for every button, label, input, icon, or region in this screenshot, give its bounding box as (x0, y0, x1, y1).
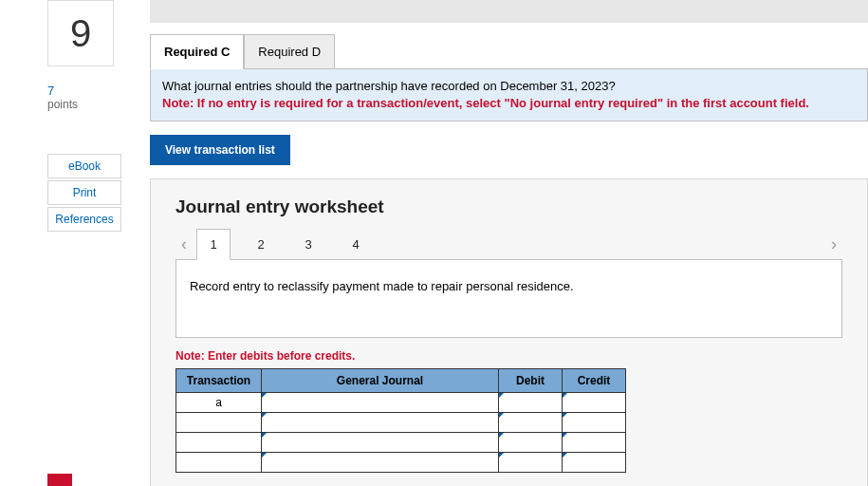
points-label: points (47, 98, 133, 111)
header-transaction: Transaction (176, 369, 262, 393)
points-value: 7 (47, 84, 133, 98)
cell-debit[interactable] (499, 393, 563, 413)
chevron-right-icon[interactable]: › (825, 234, 842, 254)
cell-transaction: a (176, 393, 262, 413)
view-transaction-list-button[interactable]: View transaction list (150, 135, 290, 165)
chevron-left-icon[interactable]: ‹ (175, 234, 193, 254)
cell-credit[interactable] (563, 433, 626, 453)
references-link[interactable]: References (47, 207, 121, 232)
header-general-journal: General Journal (262, 369, 499, 393)
journal-entry-worksheet: Journal entry worksheet ‹ 1 2 3 4 › Reco… (150, 178, 868, 486)
cell-credit[interactable] (563, 393, 626, 413)
cell-account[interactable] (262, 393, 499, 413)
debit-credit-note: Note: Enter debits before credits. (175, 349, 842, 363)
worksheet-title: Journal entry worksheet (175, 196, 842, 217)
table-row (176, 453, 626, 473)
header-credit: Credit (563, 369, 626, 393)
worksheet-pager: ‹ 1 2 3 4 › (175, 229, 842, 260)
instruction-question: What journal entries should the partners… (162, 79, 616, 93)
page-3[interactable]: 3 (291, 230, 325, 259)
cell-credit[interactable] (563, 413, 626, 433)
publisher-logo (47, 474, 72, 486)
page-1[interactable]: 1 (196, 229, 231, 260)
header-debit: Debit (499, 369, 563, 393)
print-link[interactable]: Print (47, 180, 121, 205)
cell-account[interactable] (262, 433, 499, 453)
journal-table: Transaction General Journal Debit Credit… (175, 368, 626, 473)
page-2[interactable]: 2 (244, 230, 278, 259)
cell-debit[interactable] (499, 433, 563, 453)
page-4[interactable]: 4 (339, 230, 373, 259)
cell-debit[interactable] (499, 413, 563, 433)
table-row: a (176, 393, 626, 413)
cell-transaction (176, 453, 262, 473)
cell-account[interactable] (262, 413, 499, 433)
entry-description: Record entry to reclassify payment made … (175, 259, 842, 338)
instruction-note: Note: If no entry is required for a tran… (162, 96, 809, 110)
cell-account[interactable] (262, 453, 499, 473)
tab-required-c[interactable]: Required C (150, 34, 244, 69)
requirement-tabs: Required C Required D (150, 34, 868, 68)
cell-credit[interactable] (563, 453, 626, 473)
instruction-panel: What journal entries should the partners… (150, 68, 868, 122)
table-row (176, 433, 626, 453)
question-number: 9 (47, 0, 114, 66)
cell-transaction (176, 433, 262, 453)
table-row (176, 413, 626, 433)
ebook-link[interactable]: eBook (47, 154, 121, 178)
cell-transaction (176, 413, 262, 433)
cell-debit[interactable] (499, 453, 563, 473)
tab-required-d[interactable]: Required D (244, 34, 335, 69)
progress-bar (150, 0, 868, 23)
